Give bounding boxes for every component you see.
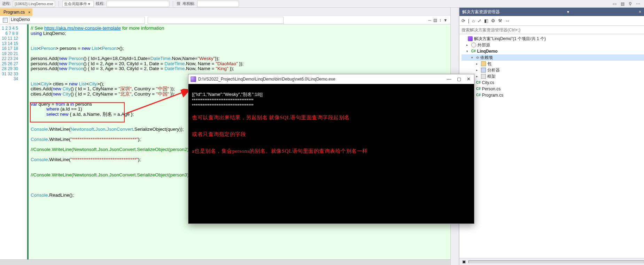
progress-bar [468, 260, 644, 263]
thread-label: 线程: [96, 1, 104, 6]
node-label: Program.cs [482, 92, 503, 98]
dependencies-icon: ፨ [476, 54, 479, 61]
solution-explorer-title[interactable]: 解决方案资源管理器 ▾ × [459, 8, 644, 16]
file-node-program[interactable]: ▸ C# Program.cs [461, 92, 644, 98]
packages-node[interactable]: ▸ 包 [461, 61, 644, 67]
nav-collapse-icon[interactable]: ─ [428, 18, 432, 23]
horizontal-scrollbar[interactable] [0, 259, 450, 265]
caret-icon[interactable]: ▸ [476, 67, 480, 73]
refresh-icon[interactable]: ⟳ [461, 18, 465, 23]
package-icon [481, 61, 486, 66]
console-output[interactable]: [{"Id":1,"Name":"Wesky","别名":18}] ******… [188, 84, 474, 224]
home-icon[interactable]: ⌂ [472, 18, 475, 23]
node-label: Person.cs [482, 86, 501, 92]
status-icon: ▣ [462, 259, 466, 264]
dependencies-node[interactable]: ▾ ፨ 依赖项 [461, 54, 644, 61]
process-combo[interactable]: [10692] LinqDemo.exe [13, 1, 55, 7]
node-label: 分析器 [487, 67, 500, 73]
console-line: *********************************** [192, 98, 254, 103]
node-label: 解决方案"LinqDemo"(1 个项目/共 1 个) [474, 36, 546, 42]
analyzer-icon [481, 68, 486, 73]
stack-combo[interactable] [197, 1, 239, 7]
caret-icon[interactable]: ▸ [476, 61, 480, 67]
console-title-text: D:\VS2022_Project\LinqDemo\LinqDemo\bin\… [198, 77, 335, 82]
wrench-icon[interactable]: ⚒ [498, 18, 502, 23]
globe-icon [471, 43, 476, 47]
solution-icon [468, 36, 473, 41]
nav-dropdown-icon[interactable]: ▼ [443, 18, 448, 23]
file-node-city[interactable]: ▸ C# City.cs [461, 80, 644, 86]
annotation-text: a也是别名，集合persons的别名。就像SQL语句里面的查询表给个别名一样 [192, 148, 471, 154]
layout-icon[interactable]: ▭ [612, 1, 618, 6]
csharp-icon [3, 18, 8, 23]
node-label: 依赖项 [480, 54, 493, 61]
indicator-margin [21, 24, 27, 265]
cs-file-icon: C# [476, 80, 481, 86]
cs-file-icon: C# [476, 92, 481, 98]
annotation-text: 也可以查询出来结果，另起别名 就像SQL语句里面查询字段起别名 [192, 114, 471, 121]
framework-icon [481, 74, 486, 79]
thread-combo[interactable] [107, 1, 169, 7]
caret-icon[interactable]: ▾ [466, 48, 470, 54]
node-label: LinqDemo [477, 49, 498, 54]
properties-icon[interactable]: ⚙ [491, 18, 495, 23]
analyzers-node[interactable]: ▸ 分析器 [461, 67, 644, 73]
lifecycle-combo[interactable]: 生命周期事件 ▾ [62, 1, 94, 7]
project-node[interactable]: ▾ C# LinqDemo [461, 48, 644, 54]
scope-combo[interactable]: LinqDemo [9, 17, 145, 24]
search-button[interactable]: 搜 [177, 1, 180, 6]
nav-expand-icon[interactable]: ↕ [439, 18, 441, 23]
console-line: *********************************** [192, 103, 254, 108]
csharp-project-icon: C# [471, 48, 476, 54]
search-input[interactable] [459, 26, 644, 34]
debug-toolbar: 进程: [10692] LinqDemo.exe 生命周期事件 ▾ 线程: 搜 … [0, 0, 644, 8]
panel-title: 解决方案资源管理器 [462, 8, 500, 16]
caret-icon[interactable]: ▾ [471, 54, 475, 61]
annotation-text: 或者只查询指定的字段 [192, 131, 471, 138]
console-icon [191, 76, 196, 82]
solution-node[interactable]: 解决方案"LinqDemo"(1 个项目/共 1 个) [461, 36, 644, 42]
close-button[interactable]: ✕ [467, 76, 471, 82]
external-sources-node[interactable]: ▸ 外部源 [461, 42, 644, 48]
framework-node[interactable]: ▸ 框架 [461, 73, 644, 80]
editor-nav-bar: LinqDemo ─ ▤ ↕ ▼ [0, 16, 450, 24]
collapse-icon[interactable]: ↔ [505, 18, 510, 23]
node-label: 包 [487, 61, 491, 67]
tab-label: Program.cs [3, 10, 25, 15]
cs-file-icon: C# [476, 86, 481, 92]
panel-close-icon[interactable]: × [639, 8, 644, 16]
show-all-icon[interactable]: ◧ [484, 18, 488, 23]
stack-label: 堆栈帧: [183, 1, 195, 6]
solution-status-bar: ▣ [459, 258, 644, 265]
solution-explorer: 解决方案资源管理器 ▾ × ⟳ | ⌂ ⤢ ◧ ⚙ ⚒ ↔ 解决方案"LinqD… [459, 8, 644, 265]
tab-program-cs[interactable]: Program.cs × [0, 8, 32, 16]
solution-toolbar: ⟳ | ⌂ ⤢ ◧ ⚙ ⚒ ↔ [459, 16, 644, 26]
node-label: City.cs [482, 80, 494, 86]
console-window: D:\VS2022_Project\LinqDemo\LinqDemo\bin\… [188, 74, 474, 224]
sync-icon[interactable]: ⤢ [478, 18, 481, 23]
process-label: 进程: [2, 1, 11, 6]
member-combo[interactable] [148, 17, 284, 24]
nav-split-icon[interactable]: ▤ [433, 18, 437, 23]
node-label: 外部源 [478, 42, 490, 48]
node-label: 框架 [487, 73, 496, 80]
solution-search[interactable] [459, 26, 644, 34]
maximize-button[interactable]: ▢ [457, 76, 461, 82]
close-icon[interactable]: × [28, 8, 30, 16]
solution-tree[interactable]: 解决方案"LinqDemo"(1 个项目/共 1 个) ▸ 外部源 ▾ C# L… [459, 34, 644, 258]
misc-icon[interactable]: ⋯ [635, 1, 641, 6]
caret-icon[interactable]: ▸ [466, 42, 470, 48]
line-gutter: 1 2 3 4 5 6 7 8 9 10 11 12 13 14 15 16 1… [0, 24, 21, 265]
minimize-button[interactable]: — [447, 76, 451, 82]
editor-tab-bar: Program.cs × [0, 8, 450, 16]
pin-icon[interactable]: ⚲ [628, 1, 633, 6]
file-node-person[interactable]: ▸ C# Person.cs [461, 86, 644, 92]
console-line: [{"Id":1,"Name":"Wesky","别名":18}] [192, 92, 263, 97]
console-titlebar[interactable]: D:\VS2022_Project\LinqDemo\LinqDemo\bin\… [188, 74, 474, 84]
caret-icon[interactable]: ▸ [476, 73, 480, 80]
grid-icon[interactable]: ▤ [620, 1, 626, 6]
